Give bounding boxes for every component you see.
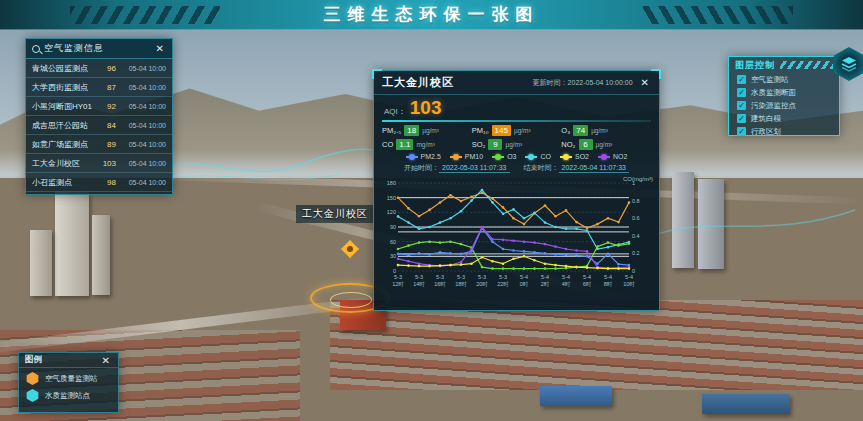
start-time-field: 开始时间：2022-05-03 11:07:33 (404, 163, 509, 173)
layer-item[interactable]: ✓ 空气监测站 (729, 73, 839, 86)
legend-panel-header: 图例 ✕ (19, 353, 118, 368)
layer-item[interactable]: ✓ 建筑白模 (729, 112, 839, 125)
station-row[interactable]: 如意广场监测点 89 05-04 10:00 (26, 135, 172, 154)
svg-text:180: 180 (387, 180, 396, 186)
pollutant-label: PM₁₀ (472, 126, 489, 135)
close-icon[interactable]: ✕ (154, 43, 166, 54)
chart-legend-item[interactable]: PM2.5 (406, 153, 441, 160)
layer-label: 污染源监控点 (751, 101, 796, 111)
layer-item[interactable]: ✓ 污染源监控点 (729, 99, 839, 112)
map-3d-buildings-redroofs[interactable] (330, 300, 863, 390)
svg-text:5-44时: 5-44时 (562, 274, 571, 287)
station-panel-header: 空气监测信息 ✕ (26, 39, 172, 59)
map-building-tower-white[interactable] (55, 192, 89, 296)
layer-label: 水质监测断面 (751, 88, 796, 98)
pollutant-item: PM₂.₅ 18 µg/m³ (382, 125, 472, 136)
station-row[interactable]: 青城公园监测点 96 05-04 10:00 (26, 59, 172, 78)
layer-panel-header: 图层控制 (729, 57, 839, 73)
pollutant-label: NO₂ (561, 140, 575, 149)
pollutant-label: PM₂.₅ (382, 126, 401, 135)
station-aqi-value: 98 (96, 178, 116, 187)
checkbox-checked-icon[interactable]: ✓ (737, 114, 746, 123)
legend-label: NO2 (613, 153, 627, 160)
pollutant-value-badge: 18 (404, 125, 419, 136)
layer-label: 空气监测站 (751, 75, 789, 85)
pollutant-value-badge: 145 (492, 125, 511, 136)
station-aqi-value: 84 (96, 121, 116, 130)
station-row[interactable]: 成吉思汗公园站 84 05-04 10:00 (26, 116, 172, 135)
station-update-time: 05-04 10:00 (120, 179, 166, 186)
start-time-label: 开始时间： (404, 164, 439, 171)
map-building[interactable] (30, 230, 52, 296)
legend-label: PM10 (465, 153, 483, 160)
station-row[interactable]: 小召监测点 98 05-04 10:00 (26, 173, 172, 192)
map-building-blueroof[interactable] (540, 386, 612, 406)
pollutant-label: O₃ (561, 126, 570, 135)
popup-title: 工大金川校区 (382, 75, 454, 90)
station-name: 小召监测点 (32, 177, 92, 188)
checkbox-checked-icon[interactable]: ✓ (737, 88, 746, 97)
time-range-row: 开始时间：2022-05-03 11:07:33 结束时间：2022-05-04… (374, 161, 659, 175)
close-icon[interactable]: ✕ (639, 77, 651, 88)
pollutant-unit: µg/m³ (505, 141, 522, 148)
pollutant-label: SO₂ (472, 140, 486, 149)
start-time-input[interactable]: 2022-05-03 11:07:33 (439, 164, 509, 173)
svg-text:5-48时: 5-48时 (604, 274, 613, 287)
station-aqi-value: 103 (96, 159, 116, 168)
svg-text:120: 120 (387, 209, 396, 215)
legend-item: 空气质量监测站 (19, 368, 118, 385)
svg-text:5-318时: 5-318时 (455, 274, 467, 287)
svg-text:5-40时: 5-40时 (520, 274, 529, 287)
legend-marker-icon (492, 156, 504, 158)
station-aqi-value: 92 (96, 102, 116, 111)
station-update-time: 05-04 10:00 (120, 160, 166, 167)
header-decoration-left (70, 6, 220, 24)
layer-list: ✓ 空气监测站 ✓ 水质监测断面 ✓ 污染源监控点 ✓ 建筑白模 ✓ 行政区划 (729, 73, 839, 138)
map-station-label[interactable]: 工大金川校区 (296, 205, 374, 223)
svg-text:5-410时: 5-410时 (623, 274, 635, 287)
chart-legend-item[interactable]: O3 (492, 153, 516, 160)
svg-text:5-322时: 5-322时 (497, 274, 509, 287)
pollutant-unit: µg/m³ (596, 141, 613, 148)
layer-label: 行政区划 (751, 127, 781, 137)
station-aqi-value: 89 (96, 140, 116, 149)
pollutant-trend-chart[interactable]: CO(mg/m³)030609012015018000.20.40.60.815… (374, 175, 659, 295)
svg-text:60: 60 (390, 239, 396, 245)
svg-text:5-314时: 5-314时 (413, 274, 425, 287)
layer-item[interactable]: ✓ 行政区划 (729, 125, 839, 138)
checkbox-checked-icon[interactable]: ✓ (737, 127, 746, 136)
pollutant-grid: PM₂.₅ 18 µg/m³ PM₁₀ 145 µg/m³ O₃ 74 µg/m… (374, 125, 659, 150)
map-building-blueroof[interactable] (702, 394, 790, 414)
legend-item-label: 水质监测站点 (45, 391, 90, 401)
station-name: 青城公园监测点 (32, 63, 92, 74)
pollutant-label: CO (382, 140, 393, 149)
end-time-input[interactable]: 2022-05-04 11:07:33 (559, 164, 629, 173)
legend-label: O3 (507, 153, 516, 160)
pollutant-value-badge: 9 (488, 139, 502, 150)
close-icon[interactable]: ✕ (100, 355, 112, 366)
station-row[interactable]: 小黑河断面HY01 92 05-04 10:00 (26, 97, 172, 116)
map-building-highrise[interactable] (698, 179, 724, 269)
chart-legend-item[interactable]: CO (525, 153, 551, 160)
chart-legend-item[interactable]: SO2 (560, 153, 589, 160)
station-row[interactable]: 大学西街监测点 87 05-04 10:00 (26, 78, 172, 97)
layer-item[interactable]: ✓ 水质监测断面 (729, 86, 839, 99)
station-row[interactable]: 工大金川校区 103 05-04 10:00 (26, 154, 172, 173)
map-building[interactable] (92, 215, 110, 295)
chart-legend-item[interactable]: PM10 (450, 153, 483, 160)
pollutant-item: NO₂ 6 µg/m³ (561, 139, 651, 150)
map-building-highrise[interactable] (672, 172, 694, 268)
svg-text:0.4: 0.4 (632, 233, 640, 239)
station-type-hexagon-icon (26, 372, 39, 385)
pollutant-item: CO 1.1 mg/m³ (382, 139, 472, 150)
svg-text:30: 30 (390, 253, 396, 259)
checkbox-checked-icon[interactable]: ✓ (737, 101, 746, 110)
station-panel-title: 空气监测信息 (44, 42, 150, 55)
legend-item-label: 空气质量监测站 (45, 374, 98, 384)
legend-panel-title: 图例 (25, 354, 100, 366)
checkbox-checked-icon[interactable]: ✓ (737, 75, 746, 84)
search-icon[interactable] (32, 45, 40, 53)
chart-legend-item[interactable]: NO2 (598, 153, 627, 160)
legend-label: CO (540, 153, 551, 160)
legend-marker-icon (560, 156, 572, 158)
